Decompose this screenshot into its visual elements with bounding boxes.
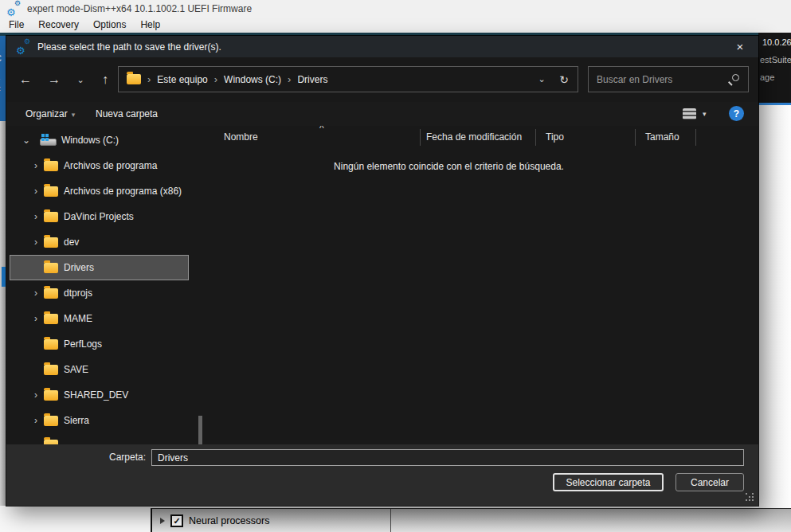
new-folder-button[interactable]: Nueva carpeta — [96, 102, 158, 126]
select-folder-button[interactable]: Seleccionar carpeta — [553, 473, 664, 491]
neural-processors-label: Neural processors — [189, 509, 269, 532]
tree-item-archivos-de-programa-x86[interactable]: › Archivos de programa (x86) — [6, 178, 203, 204]
tree-item-dev[interactable]: › dev — [6, 229, 203, 255]
column-separator — [635, 129, 636, 146]
cancel-button[interactable]: Cancelar — [675, 473, 744, 491]
folder-name-label: Carpeta: — [6, 449, 146, 466]
tree-item-davinci-projects[interactable]: › DaVinci Projects — [6, 204, 203, 229]
folder-picker-dialog: ⚙ ⚙ Please select the path to save the d… — [6, 36, 758, 506]
folder-icon — [44, 237, 58, 248]
chevron-right-icon[interactable]: › — [30, 178, 41, 204]
forward-button[interactable]: → — [41, 67, 67, 92]
chevron-right-icon[interactable]: › — [30, 153, 41, 178]
help-icon[interactable]: ? — [729, 106, 744, 121]
menu-file[interactable]: File — [2, 18, 31, 33]
chevron-down-icon[interactable]: ⌄ — [21, 127, 32, 153]
folder-icon — [44, 161, 58, 171]
column-header-fecha[interactable]: Fecha de modificación — [426, 126, 522, 148]
folder-tree: ⌄ Windows (C:) › Archivos de programa › … — [6, 126, 203, 444]
dism-gear-icon: ⚙ ⚙ — [6, 2, 20, 15]
view-dropdown-icon[interactable]: ▾ — [703, 102, 707, 126]
bg-letter-fragment: F — [0, 85, 1, 95]
chevron-right-icon[interactable]: › — [30, 408, 41, 433]
address-dropdown-icon[interactable]: ⌄ — [531, 74, 552, 84]
breadcrumb-windows-c[interactable]: Windows (C:) — [224, 74, 281, 85]
app-titlebar: ⚙ ⚙ expert mode-Dism++x64 10.1.1002.1 UE… — [0, 0, 791, 18]
sort-ascending-icon: ^ — [319, 126, 324, 134]
menu-help[interactable]: Help — [133, 18, 167, 33]
app-window-title: expert mode-Dism++x64 10.1.1002.1 UEFI F… — [27, 3, 252, 14]
chevron-right-icon[interactable]: › — [30, 306, 41, 331]
organize-button[interactable]: Organizar▾ — [25, 102, 75, 126]
check-icon: ✓ — [173, 517, 180, 526]
empty-folder-message: Ningún elemento coincide con el criterio… — [203, 161, 695, 172]
bg-text-fragment: age — [760, 72, 774, 82]
folder-icon — [44, 416, 58, 426]
breadcrumb-este-equipo[interactable]: Este equipo — [157, 74, 207, 85]
dialog-navbar: ← → ⌄ ↑ › Este equipo › Windows (C:) › D… — [6, 57, 758, 102]
folder-icon — [44, 263, 58, 273]
tree-item-dtprojs[interactable]: › dtprojs — [6, 280, 203, 306]
back-button[interactable]: ← — [13, 67, 38, 92]
tree-item-perflogs[interactable]: PerfLogs — [6, 331, 203, 357]
search-icon[interactable] — [728, 73, 740, 85]
folder-icon — [44, 186, 58, 197]
chevron-right-icon[interactable]: › — [30, 229, 41, 255]
dialog-titlebar[interactable]: ⚙ ⚙ Please select the path to save the d… — [6, 36, 758, 57]
column-header-nombre[interactable]: Nombre — [224, 126, 258, 148]
tree-item-shared-dev[interactable]: › SHARED_DEV — [6, 382, 203, 408]
column-header-tipo[interactable]: Tipo — [546, 126, 564, 148]
folder-icon — [44, 440, 58, 444]
neural-processors-row[interactable]: ✓ Neural processors — [151, 508, 791, 532]
search-box — [588, 66, 749, 92]
column-separator — [535, 129, 536, 146]
menu-options[interactable]: Options — [86, 18, 133, 33]
recent-locations-button[interactable]: ⌄ — [72, 67, 89, 92]
column-header-tamano[interactable]: Tamaño — [645, 126, 679, 148]
folder-name-input[interactable] — [151, 449, 744, 466]
chevron-right-icon[interactable]: › — [30, 204, 41, 229]
folder-icon — [44, 390, 58, 401]
tree-scrollbar[interactable] — [198, 416, 202, 444]
up-button[interactable]: ↑ — [92, 67, 118, 92]
dropdown-icon: ▾ — [72, 111, 76, 119]
drive-icon — [40, 134, 57, 146]
folder-icon — [127, 74, 141, 84]
breadcrumb-drivers[interactable]: Drivers — [297, 74, 327, 85]
address-bar[interactable]: › Este equipo › Windows (C:) › Drivers ⌄… — [118, 66, 578, 92]
tree-item-windows-c[interactable]: ⌄ Windows (C:) — [6, 127, 203, 153]
chevron-right-icon: › — [147, 73, 151, 85]
chevron-right-icon: › — [214, 73, 217, 85]
resize-grip[interactable] — [746, 493, 755, 503]
bg-left-accent-bar — [2, 267, 6, 287]
tree-item-save[interactable]: SAVE — [6, 357, 203, 382]
tree-item-archivos-de-programa[interactable]: › Archivos de programa — [6, 153, 203, 178]
column-separator — [420, 129, 421, 146]
refresh-icon[interactable]: ↻ — [552, 73, 576, 86]
dialog-toolbar: Organizar▾ Nueva carpeta ▾ ? — [6, 102, 758, 126]
tree-item-clipped[interactable] — [6, 433, 203, 444]
dialog-content: ⌄ Windows (C:) › Archivos de programa › … — [6, 126, 758, 444]
close-icon[interactable]: × — [726, 36, 754, 57]
menu-recovery[interactable]: Recovery — [31, 18, 86, 33]
bg-right-content-fragment — [758, 105, 791, 532]
bg-text-fragment: 10.0.261 — [762, 37, 791, 47]
folder-icon — [44, 212, 58, 222]
dism-gear-icon: ⚙ ⚙ — [16, 41, 29, 53]
view-mode-icon[interactable] — [683, 108, 696, 119]
bg-text-fragment: estSuite — [760, 55, 791, 65]
neural-processors-checkbox[interactable]: ✓ — [170, 514, 183, 527]
tree-item-drivers[interactable]: Drivers — [6, 255, 203, 280]
tree-item-mame[interactable]: › MAME — [6, 306, 203, 331]
dialog-footer: Carpeta: Seleccionar carpeta Cancelar — [6, 444, 758, 506]
dialog-title: Please select the path to save the drive… — [37, 41, 221, 53]
search-input[interactable] — [589, 74, 728, 85]
chevron-right-icon[interactable]: › — [30, 382, 41, 408]
tree-item-sierra[interactable]: › Sierra — [6, 408, 203, 433]
file-list: ^ Nombre Fecha de modificación Tipo Tama… — [203, 126, 758, 444]
column-divider — [390, 509, 391, 532]
bg-letter-fragment: C — [0, 53, 2, 63]
column-separator — [695, 129, 696, 146]
chevron-right-icon[interactable]: › — [30, 280, 41, 306]
expand-triangle-icon[interactable] — [160, 518, 165, 524]
